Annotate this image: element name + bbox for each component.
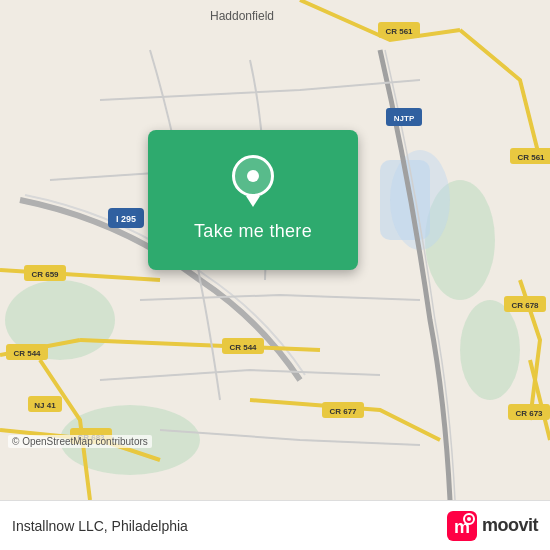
svg-text:CR 678: CR 678	[511, 301, 539, 310]
moovit-icon: m	[447, 511, 477, 541]
company-name: Installnow LLC, Philadelphia	[12, 518, 437, 534]
svg-text:CR 544: CR 544	[229, 343, 257, 352]
take-me-there-button[interactable]: Take me there	[182, 217, 324, 246]
svg-text:CR 561: CR 561	[517, 153, 545, 162]
svg-text:CR 561: CR 561	[385, 27, 413, 36]
svg-point-5	[390, 150, 450, 250]
moovit-label: moovit	[482, 515, 538, 536]
map-container: I 295 NJTP CR 561 CR 561 CR 678 CR 673 C…	[0, 0, 550, 500]
svg-text:CR 677: CR 677	[329, 407, 357, 416]
svg-text:Haddonfield: Haddonfield	[210, 9, 274, 23]
svg-text:I 295: I 295	[116, 214, 136, 224]
location-pin-icon	[230, 155, 276, 207]
osm-credit: © OpenStreetMap contributors	[8, 435, 152, 448]
svg-text:CR 659: CR 659	[31, 270, 59, 279]
bottom-bar: Installnow LLC, Philadelphia m moovit	[0, 500, 550, 550]
svg-text:CR 673: CR 673	[515, 409, 543, 418]
moovit-logo: m moovit	[447, 511, 538, 541]
location-card: Take me there	[148, 130, 358, 270]
svg-text:NJTP: NJTP	[394, 114, 415, 123]
svg-text:CR 544: CR 544	[13, 349, 41, 358]
svg-point-34	[467, 517, 471, 521]
svg-text:NJ 41: NJ 41	[34, 401, 56, 410]
svg-point-3	[460, 300, 520, 400]
